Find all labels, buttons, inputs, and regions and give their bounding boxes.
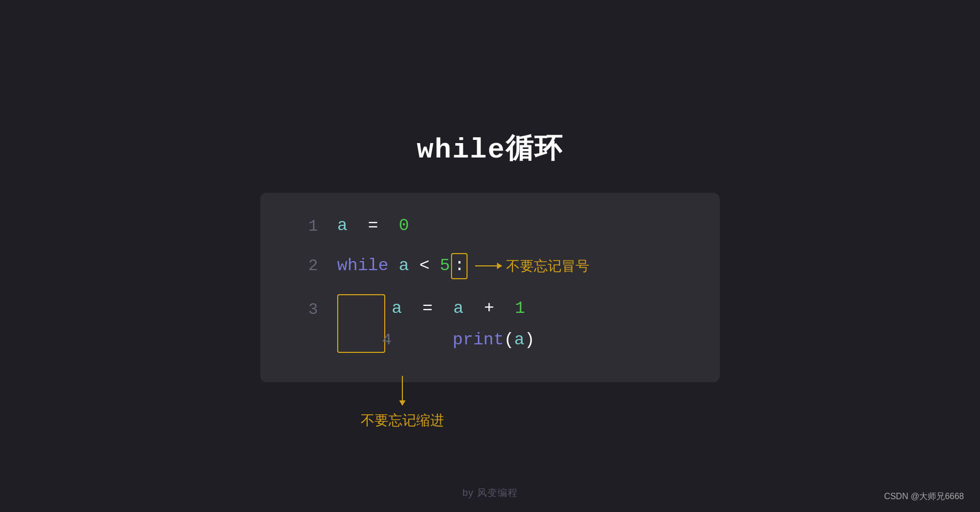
line-number-4: 4 [366, 329, 392, 351]
line-number-2: 2 [292, 255, 318, 277]
num-1: 1 [515, 297, 525, 321]
watermark: by 风变编程 [462, 486, 517, 499]
title-cn-text: 循环 [505, 135, 563, 166]
var-a-3b: a [453, 297, 463, 321]
op-space [388, 254, 399, 278]
sub-line-3: a = a + 1 [392, 294, 561, 324]
page-wrapper: while循环 1 a = 0 2 while a < 5 : [0, 0, 980, 512]
var-a-2: a [399, 254, 409, 278]
code-block: 1 a = 0 2 while a < 5 : 不要忘记冒号 [260, 193, 720, 382]
paren-close: ) [524, 328, 534, 352]
keyword-while: while [337, 254, 388, 278]
sub-line-4: 4 print ( a ) [366, 326, 535, 355]
var-a-1: a [337, 214, 347, 238]
keyword-print: print [453, 328, 504, 352]
colon-annotation-text: 不要忘记冒号 [506, 256, 589, 275]
op-lt: < [409, 254, 440, 278]
var-a-print: a [514, 328, 524, 352]
colon-box: : [451, 253, 468, 279]
op-eq-1: = [347, 214, 399, 238]
code-line-3-4: 3 不要忘记缩进 a = a + [292, 294, 688, 361]
indent-annotation-container: 不要忘记缩进 [361, 376, 444, 430]
paren-open: ( [504, 328, 514, 352]
code-line-2: 2 while a < 5 : 不要忘记冒号 [292, 253, 688, 279]
op-eq-3: = [402, 297, 453, 321]
line-number-3: 3 [292, 294, 318, 321]
num-5: 5 [440, 254, 450, 278]
page-title: while循环 [417, 130, 563, 167]
arrowhead-down [399, 400, 406, 406]
line-number-1: 1 [292, 215, 318, 238]
line2-content: while a < 5 : 不要忘记冒号 [337, 253, 589, 279]
op-plus: + [463, 297, 515, 321]
csdn-badge: CSDN @大师兄6668 [884, 491, 964, 502]
var-a-3: a [392, 297, 402, 321]
title-while-text: while [417, 135, 505, 166]
colon-annotation: 不要忘记冒号 [475, 256, 589, 275]
num-0: 0 [399, 214, 409, 238]
code-line-1: 1 a = 0 [292, 214, 688, 238]
indent-lines-right: a = a + 1 4 print ( a ) [392, 294, 561, 355]
indent-annotation-text: 不要忘记缩进 [361, 411, 444, 430]
arrowhead-right [497, 263, 502, 269]
arrow-down-line [402, 376, 403, 405]
arrow-right-line [475, 265, 502, 266]
